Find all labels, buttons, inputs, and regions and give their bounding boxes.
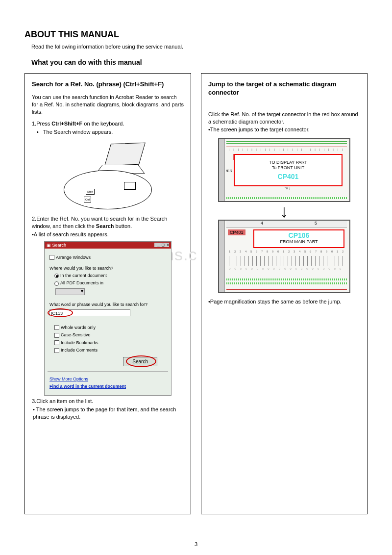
chk-comments[interactable]: Include Comments: [54, 348, 166, 353]
more-options-link[interactable]: Show More Options: [49, 377, 88, 381]
schematic-red-box-2: CP106 FROM MAIN PART: [253, 229, 344, 248]
red-highlight-oval-button: [126, 355, 156, 367]
right-para1: Click the Ref. No. of the target connect…: [208, 111, 360, 126]
step1-suffix: on the keyboard.: [82, 121, 124, 126]
ruler-5: 5: [315, 221, 317, 226]
step2-suffix: button.: [114, 223, 132, 229]
step2-bold: Search: [96, 223, 114, 229]
step1-prefix: 1.Press: [32, 121, 51, 126]
schematic-ticks: 1 2 3 4 5 6 7 8 9 0 1 2 3 4 5 6 7 8 9 0 …: [229, 250, 344, 253]
left-bullet1: • The Search window appears.: [37, 128, 184, 136]
down-arrow-icon: ↓: [218, 205, 350, 217]
connector-pins: [229, 256, 344, 266]
left-box: Search for a Ref. No. (phrase) (Ctrl+Shi…: [24, 73, 191, 514]
left-step2: 2.Enter the Ref. No. you want to search …: [32, 215, 184, 230]
cp106-link[interactable]: CP106: [254, 231, 343, 239]
left-step1: 1.Press Ctrl+Shift+F on the keyboard.: [32, 120, 184, 127]
left-para1: You can use the search function in Acrob…: [32, 94, 184, 116]
left-step3: 3.Click an item on the list.: [32, 398, 184, 405]
hand-pointer-icon: ☜: [284, 184, 291, 192]
right-bullet2: •Page magnification stays the same as be…: [208, 298, 360, 305]
window-controls-icon[interactable]: _ □ ×: [154, 243, 169, 247]
schematic-greenbar: [226, 282, 347, 284]
bullet1-text: The Search window appears.: [43, 129, 113, 135]
right-heading: Jump to the target of a schematic diagra…: [208, 80, 360, 97]
radio-all-pdf[interactable]: All PDF Documents in: [54, 280, 166, 285]
key-ctrl: Ctrl: [84, 197, 91, 202]
main-title: ABOUT THIS MANUAL: [24, 29, 368, 40]
radio-current-doc[interactable]: In the current document: [54, 273, 166, 278]
chk-case[interactable]: Case-Sensitive: [54, 332, 166, 338]
schematic-illustration: | | | | | | | | | | | | | | | | | | | | …: [218, 138, 350, 293]
intro-text: Read the following information before us…: [31, 44, 368, 50]
red-highlight-oval-input: [48, 308, 73, 317]
laptop-screen: [104, 143, 146, 166]
radio-icon: [54, 274, 59, 278]
speech-ellipse: [64, 170, 152, 209]
laptop-illustration: Shift Ctrl: [51, 141, 164, 209]
schematic-redline: [226, 289, 347, 290]
schematic-hlines2: [226, 143, 347, 145]
search-titlebar: ▣ Search _ □ ×: [45, 242, 171, 249]
search-question1: Where would you like to search?: [49, 266, 166, 271]
schematic-red-box[interactable]: TO DISPLAY PARTTo FRONT UNIT CP401: [234, 154, 343, 186]
side-label: /ER: [226, 169, 232, 173]
schematic-top-ruler: 4 5: [226, 221, 347, 227]
sub-title: What you can do with this manual: [31, 58, 368, 66]
ruler-4: 4: [261, 221, 263, 226]
page-number: 3: [195, 541, 197, 547]
checkbox-icon: [54, 325, 59, 330]
search-window: ▣ Search _ □ × Arrange Windows Where wou…: [44, 241, 172, 396]
left-bullet3: • The screen jumps to the page for that …: [33, 406, 184, 421]
checkbox-icon: [54, 340, 59, 345]
find-word-link[interactable]: Find a word in the current document: [49, 384, 126, 389]
divider: [48, 371, 168, 372]
chk-whole-words[interactable]: Whole words only: [54, 325, 166, 330]
cp401-link[interactable]: CP401: [235, 173, 342, 180]
schematic-ticks: | | | | | | | | | | | | | | | | | | | | …: [229, 148, 344, 151]
left-bullet2: •A list of search results appears.: [32, 231, 184, 238]
schematic-text1: TO DISPLAY PARTTo FRONT UNIT: [235, 160, 342, 171]
left-heading: Search for a Ref. No. (phrase) (Ctrl+Shi…: [32, 80, 184, 89]
chk-bookmarks[interactable]: Include Bookmarks: [54, 340, 166, 346]
step1-shortcut: Ctrl+Shift+F: [51, 121, 82, 126]
search-question2: What word or phrase would you like to se…: [49, 302, 166, 307]
checkbox-icon: [54, 348, 59, 353]
right-bullet1: •The screen jumps to the target connecto…: [208, 126, 360, 133]
schematic-side-ruler: [219, 221, 225, 292]
arrange-windows-link[interactable]: Arrange Windows: [49, 255, 166, 260]
key-shift: Shift: [86, 189, 95, 195]
folder-dropdown[interactable]: [55, 288, 85, 295]
schematic-greenbar: [226, 197, 347, 199]
key-blank: [124, 182, 136, 190]
arrange-icon: [49, 255, 54, 260]
radio-icon: [54, 281, 59, 286]
schematic-side-ruler: [219, 139, 225, 201]
schematic-top: | | | | | | | | | | | | | | | | | | | | …: [218, 138, 350, 202]
schematic-ticks2: ○ ○ ○ ○ ○ ○ ○ ○ ○ ○ ○ ○ ○ ○ ○ ○ ○ ○ ○ ○ …: [229, 267, 344, 270]
cp401-label: CP401: [228, 229, 245, 235]
schematic-bottom: 4 5 CP401 CP106 FROM MAIN PART 1 2 3 4 5…: [218, 220, 350, 293]
schematic-greenbar: [226, 278, 347, 280]
right-box: Jump to the target of a schematic diagra…: [201, 73, 368, 514]
from-main-text: FROM MAIN PART: [254, 239, 343, 244]
search-title-text: ▣ Search: [47, 243, 66, 248]
checkbox-icon: [54, 333, 59, 338]
